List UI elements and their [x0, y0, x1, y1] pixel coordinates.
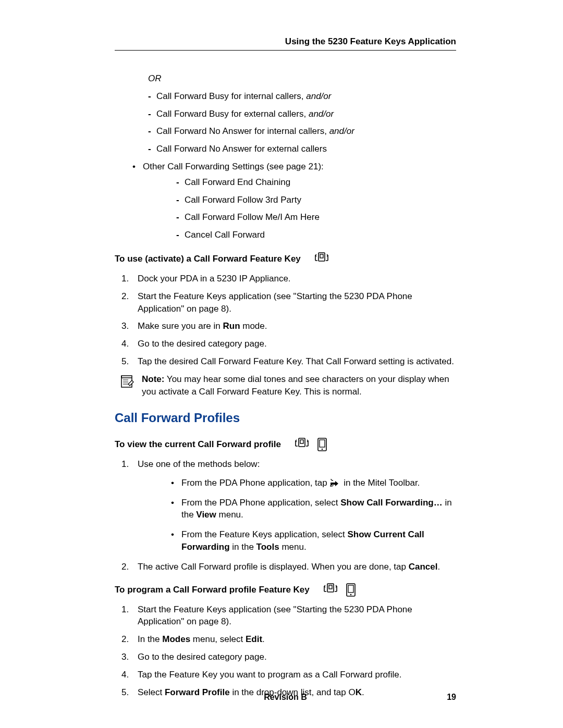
note-block: Note: You may hear some dial tones and s… — [120, 373, 456, 398]
footer-revision: Revision B — [115, 693, 456, 702]
list-item: Call Forward Follow Me/I Am Here — [176, 211, 456, 224]
note-text: Note: You may hear some dial tones and s… — [142, 373, 456, 398]
step: Tap the Feature Key you want to program … — [131, 669, 456, 681]
other-settings-sub: Call Forward End Chaining Call Forward F… — [143, 176, 456, 241]
step: The active Call Forward profile is displ… — [131, 561, 456, 573]
list-item: Call Forward End Chaining — [176, 176, 456, 189]
other-settings: Other Call Forwarding Settings (see page… — [115, 161, 456, 241]
section-title: Call Forward Profiles — [115, 409, 456, 427]
svg-point-12 — [350, 594, 351, 595]
view-steps: Use one of the methods below: From the P… — [115, 458, 456, 573]
forward-type-list: Call Forward Busy for internal callers, … — [115, 90, 456, 155]
or-label: OR — [148, 72, 456, 85]
pda-icon — [316, 437, 328, 452]
header-title: Using the 5230 Feature Keys Application — [285, 36, 456, 46]
body-content: OR Call Forward Busy for internal caller… — [115, 72, 456, 698]
step: Make sure you are in Run mode. — [131, 320, 456, 332]
svg-rect-1 — [320, 254, 323, 258]
svg-rect-9 — [329, 585, 332, 589]
svg-point-7 — [322, 449, 323, 450]
step: In the Modes menu, select Edit. — [131, 633, 456, 646]
list-item: Call Forward No Answer for internal call… — [148, 125, 456, 138]
list-item: From the PDA Phone application, tap in t… — [171, 477, 456, 489]
step: Start the Feature Keys application (see … — [131, 290, 456, 315]
list-item: From the PDA Phone application, select S… — [171, 497, 456, 522]
step: Tap the desired Call Forward Feature Key… — [131, 355, 456, 368]
view-heading: To view the current Call Forward profile — [115, 437, 456, 452]
svg-rect-11 — [348, 585, 353, 593]
page-footer: Revision B 19 — [115, 693, 456, 702]
step: Dock your PDA in a 5230 IP Appliance. — [131, 273, 456, 285]
step: Use one of the methods below: From the P… — [131, 458, 456, 553]
step: Go to the desired category page. — [131, 651, 456, 663]
list-item: Call Forward Follow 3rd Party — [176, 194, 456, 206]
dock-icon — [295, 437, 312, 452]
program-heading: To program a Call Forward profile Featur… — [115, 583, 456, 597]
activate-steps: Dock your PDA in a 5230 IP Appliance. St… — [115, 273, 456, 368]
list-item: Cancel Call Forward — [176, 229, 456, 241]
list-item: Call Forward Busy for internal callers, … — [148, 90, 456, 103]
step: Go to the desired category page. — [131, 338, 456, 350]
dock-icon — [314, 252, 332, 266]
program-steps: Start the Feature Keys application (see … — [115, 603, 456, 699]
view-methods: From the PDA Phone application, tap in t… — [138, 477, 456, 553]
list-item: From the Feature Keys application, selec… — [171, 528, 456, 553]
list-item: Call Forward No Answer for external call… — [148, 143, 456, 155]
page-header: Using the 5230 Feature Keys Application — [115, 36, 456, 51]
list-item: Call Forward Busy for external callers, … — [148, 108, 456, 120]
svg-rect-6 — [320, 440, 325, 447]
activate-heading: To use (activate) a Call Forward Feature… — [115, 252, 456, 266]
forward-toolbar-icon — [329, 478, 341, 487]
list-item: Other Call Forwarding Settings (see page… — [132, 161, 456, 241]
step: Start the Feature Keys application (see … — [131, 603, 456, 628]
svg-rect-4 — [300, 440, 303, 443]
dock-icon — [323, 583, 341, 597]
note-icon — [120, 374, 134, 389]
pda-icon — [345, 583, 357, 597]
